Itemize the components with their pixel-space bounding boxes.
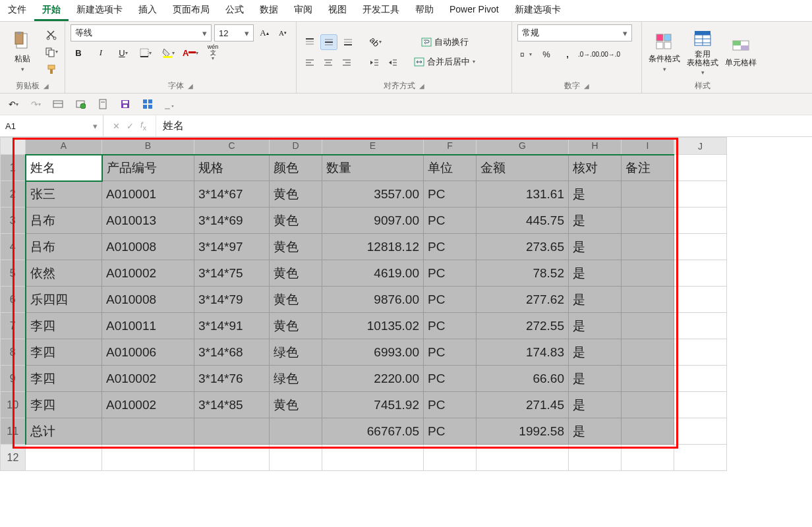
cell-I8[interactable] — [622, 339, 674, 366]
conditional-format-button[interactable]: 条件格式▾ — [647, 28, 682, 76]
cell-B5[interactable]: A010002 — [102, 260, 194, 287]
increase-font-button[interactable]: A▴ — [256, 26, 272, 40]
cell-G8[interactable]: 174.83 — [477, 339, 569, 366]
cell-H11[interactable]: 是 — [569, 418, 622, 445]
cell-B6[interactable]: A010008 — [102, 287, 194, 313]
cell-I9[interactable] — [622, 366, 674, 392]
col-header-B[interactable]: B — [102, 138, 194, 155]
cell-E7[interactable]: 10135.02 — [322, 313, 424, 339]
cell-J11[interactable] — [674, 418, 727, 445]
phonetic-button[interactable]: wén文▾ — [205, 45, 221, 60]
col-header-J[interactable]: J — [674, 138, 727, 155]
cell-C7[interactable]: 3*14*91 — [194, 313, 270, 339]
cell-I5[interactable] — [622, 260, 674, 287]
cell-B4[interactable]: A010008 — [102, 234, 194, 260]
cell-H12[interactable] — [569, 445, 622, 471]
name-box[interactable]: A1▾ — [0, 115, 103, 136]
menu-新建选项卡[interactable]: 新建选项卡 — [507, 0, 569, 21]
cell-J2[interactable] — [674, 181, 727, 208]
bold-button[interactable]: B — [71, 45, 86, 60]
cell-A2[interactable]: 张三 — [26, 181, 102, 208]
menu-开发工具[interactable]: 开发工具 — [355, 0, 407, 21]
cell-H5[interactable]: 是 — [569, 260, 622, 287]
cell-A1[interactable]: 姓名 — [26, 155, 102, 181]
merge-center-button[interactable]: 合并后居中▾ — [411, 55, 478, 69]
comma-button[interactable]: , — [560, 47, 575, 61]
cell-D9[interactable]: 绿色 — [270, 366, 322, 392]
select-all-corner[interactable] — [1, 138, 26, 155]
cell-B9[interactable]: A010002 — [102, 366, 194, 392]
cell-D11[interactable] — [270, 418, 322, 445]
cell-J4[interactable] — [674, 234, 727, 260]
cell-D12[interactable] — [270, 445, 322, 471]
cell-E9[interactable]: 2220.00 — [322, 366, 424, 392]
row-header-12[interactable]: 12 — [1, 445, 26, 471]
align-middle-button[interactable] — [320, 34, 337, 50]
cell-D10[interactable]: 黄色 — [270, 392, 322, 418]
cell-E12[interactable] — [322, 445, 424, 471]
row-header-10[interactable]: 10 — [1, 392, 26, 418]
cell-F2[interactable]: PC — [424, 181, 477, 208]
col-header-E[interactable]: E — [322, 138, 424, 155]
cell-C10[interactable]: 3*14*85 — [194, 392, 270, 418]
cell-B1[interactable]: 产品编号 — [102, 155, 194, 181]
menu-插入[interactable]: 插入 — [130, 0, 165, 21]
increase-decimal-button[interactable]: .0→.00 — [581, 47, 596, 61]
row-header-3[interactable]: 3 — [1, 208, 26, 234]
cell-I3[interactable] — [622, 208, 674, 234]
cell-C5[interactable]: 3*14*75 — [194, 260, 270, 287]
cell-J6[interactable] — [674, 287, 727, 313]
menu-页面布局[interactable]: 页面布局 — [165, 0, 218, 21]
qat-button-4[interactable] — [140, 97, 156, 111]
cell-G4[interactable]: 273.65 — [477, 234, 569, 260]
cell-H3[interactable]: 是 — [569, 208, 622, 234]
align-top-button[interactable] — [302, 35, 318, 49]
font-size-combo[interactable]: 12▾ — [214, 24, 254, 42]
cancel-formula-icon[interactable]: ✕ — [113, 121, 120, 131]
cell-styles-button[interactable]: 单元格样 — [724, 28, 758, 76]
cell-I11[interactable] — [622, 418, 674, 445]
cell-E3[interactable]: 9097.00 — [322, 208, 424, 234]
number-format-combo[interactable]: 常规▾ — [517, 24, 632, 42]
cell-A12[interactable] — [26, 445, 102, 471]
cell-E8[interactable]: 6993.00 — [322, 339, 424, 366]
cell-J8[interactable] — [674, 339, 727, 366]
cell-E5[interactable]: 4619.00 — [322, 260, 424, 287]
formula-input[interactable]: 姓名 — [156, 119, 812, 133]
cell-E11[interactable]: 66767.05 — [322, 418, 424, 445]
cell-F11[interactable]: PC — [424, 418, 477, 445]
cell-I10[interactable] — [622, 392, 674, 418]
cell-J3[interactable] — [674, 208, 727, 234]
decrease-decimal-button[interactable]: .00→.0 — [602, 47, 618, 61]
underline-button[interactable]: U▾ — [115, 45, 131, 60]
italic-button[interactable]: I — [93, 45, 109, 60]
cell-B3[interactable]: A010013 — [102, 208, 194, 234]
menu-开始[interactable]: 开始 — [34, 0, 69, 21]
dialog-launcher-icon[interactable]: ◢ — [584, 82, 589, 90]
cell-J1[interactable] — [674, 155, 727, 181]
row-header-2[interactable]: 2 — [1, 181, 26, 208]
cell-J7[interactable] — [674, 313, 727, 339]
cell-G7[interactable]: 272.55 — [477, 313, 569, 339]
cell-B12[interactable] — [102, 445, 194, 471]
cell-H9[interactable]: 是 — [569, 366, 622, 392]
cell-A11[interactable]: 总计 — [26, 418, 102, 445]
cell-B10[interactable]: A010002 — [102, 392, 194, 418]
cell-A9[interactable]: 李四 — [26, 366, 102, 392]
cell-A7[interactable]: 李四 — [26, 313, 102, 339]
cell-C9[interactable]: 3*14*76 — [194, 366, 270, 392]
dialog-launcher-icon[interactable]: ◢ — [188, 82, 193, 90]
cell-I4[interactable] — [622, 234, 674, 260]
col-header-I[interactable]: I — [622, 138, 674, 155]
cell-B8[interactable]: A010006 — [102, 339, 194, 366]
row-header-4[interactable]: 4 — [1, 234, 26, 260]
cell-E10[interactable]: 7451.92 — [322, 392, 424, 418]
cell-G11[interactable]: 1992.58 — [477, 418, 569, 445]
cell-G1[interactable]: 金额 — [477, 155, 569, 181]
font-color-button[interactable]: A▾ — [183, 45, 198, 60]
cell-F9[interactable]: PC — [424, 366, 477, 392]
cell-A5[interactable]: 依然 — [26, 260, 102, 287]
redo-button[interactable]: ↷▾ — [28, 97, 44, 111]
cell-A10[interactable]: 李四 — [26, 392, 102, 418]
dialog-launcher-icon[interactable]: ◢ — [44, 82, 49, 90]
